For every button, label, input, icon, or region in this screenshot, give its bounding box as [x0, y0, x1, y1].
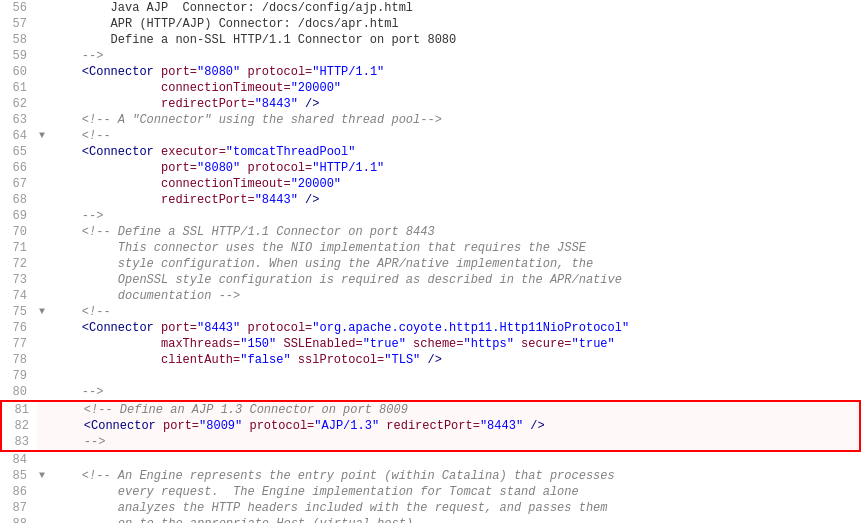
xml-comment: <!-- Define an AJP 1.3 Connector on port…	[55, 403, 408, 417]
xml-attr-name: secure=	[514, 337, 572, 351]
xml-attr-name: port=	[53, 161, 197, 175]
code-content: redirectPort="8443" />	[49, 192, 865, 208]
line-number: 65	[0, 144, 35, 160]
code-line: 63 <!-- A "Connector" using the shared t…	[0, 112, 865, 128]
code-line: 86 every request. The Engine implementat…	[0, 484, 865, 500]
xml-comment: <!--	[53, 129, 111, 143]
fold-icon[interactable]: ▼	[35, 128, 49, 144]
code-content: <Connector port="8080" protocol="HTTP/1.…	[49, 64, 865, 80]
code-line: 61 connectionTimeout="20000"	[0, 80, 865, 96]
code-content: every request. The Engine implementation…	[49, 484, 865, 500]
line-number: 63	[0, 112, 35, 128]
code-editor: 56 Java AJP Connector: /docs/config/ajp.…	[0, 0, 865, 523]
line-number: 82	[2, 418, 37, 434]
xml-comment: <!--	[53, 305, 111, 319]
code-content: <!--	[49, 128, 865, 144]
code-content: <!--	[49, 304, 865, 320]
code-line: 77 maxThreads="150" SSLEnabled="true" sc…	[0, 336, 865, 352]
xml-attr-name: redirectPort=	[53, 193, 255, 207]
code-line: 80 -->	[0, 384, 865, 400]
xml-attr-value: "8080"	[197, 65, 240, 79]
xml-text: Java AJP Connector: /docs/config/ajp.htm…	[53, 1, 413, 15]
fold-icon[interactable]: ▼	[35, 468, 49, 484]
xml-attr-value: "true"	[572, 337, 615, 351]
fold-icon[interactable]: ▼	[35, 304, 49, 320]
xml-tag: <Connector	[53, 65, 161, 79]
code-content: -->	[49, 208, 865, 224]
xml-attr-name: sslProtocol=	[291, 353, 385, 367]
code-content: Define a non-SSL HTTP/1.1 Connector on p…	[49, 32, 865, 48]
code-content: -->	[49, 384, 865, 400]
line-number: 67	[0, 176, 35, 192]
line-number: 78	[0, 352, 35, 368]
code-content: <Connector executor="tomcatThreadPool"	[49, 144, 865, 160]
xml-comment: -->	[53, 209, 103, 223]
xml-comment: <!-- A "Connector" using the shared thre…	[53, 113, 442, 127]
xml-tag: />	[420, 353, 442, 367]
xml-attr-name: port=	[163, 419, 199, 433]
xml-attr-name: connectionTimeout=	[53, 81, 291, 95]
xml-comment: -->	[53, 49, 103, 63]
code-content: -->	[51, 434, 859, 450]
xml-attr-value: "HTTP/1.1"	[312, 161, 384, 175]
xml-attr-value: "tomcatThreadPool"	[226, 145, 356, 159]
xml-attr-value: "8009"	[199, 419, 242, 433]
code-line: 75▼ <!--	[0, 304, 865, 320]
xml-attr-value: "8443"	[255, 193, 298, 207]
xml-tag: />	[298, 193, 320, 207]
xml-attr-name: port=	[161, 65, 197, 79]
line-number: 81	[2, 402, 37, 418]
code-line: 60 <Connector port="8080" protocol="HTTP…	[0, 64, 865, 80]
code-line: 56 Java AJP Connector: /docs/config/ajp.…	[0, 0, 865, 16]
code-content: <!-- Define an AJP 1.3 Connector on port…	[51, 402, 859, 418]
code-line: 74 documentation -->	[0, 288, 865, 304]
code-line: 84	[0, 452, 865, 468]
xml-text: APR (HTTP/AJP) Connector: /docs/apr.html	[53, 17, 399, 31]
code-content: style configuration. When using the APR/…	[49, 256, 865, 272]
line-number: 88	[0, 516, 35, 523]
code-line: 82 <Connector port="8009" protocol="AJP/…	[2, 418, 859, 434]
code-line: 58 Define a non-SSL HTTP/1.1 Connector o…	[0, 32, 865, 48]
xml-comment: style configuration. When using the APR/…	[53, 257, 593, 271]
line-number: 66	[0, 160, 35, 176]
xml-attr-name: scheme=	[406, 337, 464, 351]
code-line: 87 analyzes the HTTP headers included wi…	[0, 500, 865, 516]
line-number: 69	[0, 208, 35, 224]
xml-comment: OpenSSL style configuration is required …	[53, 273, 622, 287]
code-line: 68 redirectPort="8443" />	[0, 192, 865, 208]
line-number: 61	[0, 80, 35, 96]
line-number: 76	[0, 320, 35, 336]
xml-tag: />	[298, 97, 320, 111]
xml-comment: documentation -->	[53, 289, 240, 303]
xml-attr-name: protocol=	[240, 65, 312, 79]
code-line: 72 style configuration. When using the A…	[0, 256, 865, 272]
line-number: 73	[0, 272, 35, 288]
code-content: analyzes the HTTP headers included with …	[49, 500, 865, 516]
xml-attr-value: "AJP/1.3"	[314, 419, 379, 433]
code-content: <!-- A "Connector" using the shared thre…	[49, 112, 865, 128]
code-content: OpenSSL style configuration is required …	[49, 272, 865, 288]
code-line: 62 redirectPort="8443" />	[0, 96, 865, 112]
code-content: <Connector port="8009" protocol="AJP/1.3…	[51, 418, 859, 434]
xml-attr-name: maxThreads=	[53, 337, 240, 351]
xml-attr-name: protocol=	[242, 419, 314, 433]
code-content	[49, 368, 865, 384]
code-content: maxThreads="150" SSLEnabled="true" schem…	[49, 336, 865, 352]
line-number: 86	[0, 484, 35, 500]
line-number: 77	[0, 336, 35, 352]
line-number: 80	[0, 384, 35, 400]
code-content: clientAuth="false" sslProtocol="TLS" />	[49, 352, 865, 368]
line-number: 79	[0, 368, 35, 384]
xml-comment: <!-- Define a SSL HTTP/1.1 Connector on …	[53, 225, 435, 239]
xml-attr-value: "HTTP/1.1"	[312, 65, 384, 79]
code-content: -->	[49, 48, 865, 64]
code-line: 81 <!-- Define an AJP 1.3 Connector on p…	[2, 402, 859, 418]
code-content: connectionTimeout="20000"	[49, 80, 865, 96]
line-number: 74	[0, 288, 35, 304]
xml-attr-value: "TLS"	[384, 353, 420, 367]
code-line: 73 OpenSSL style configuration is requir…	[0, 272, 865, 288]
line-number: 85	[0, 468, 35, 484]
xml-comment: analyzes the HTTP headers included with …	[53, 501, 608, 515]
xml-attr-name: SSLEnabled=	[276, 337, 362, 351]
line-number: 83	[2, 434, 37, 450]
